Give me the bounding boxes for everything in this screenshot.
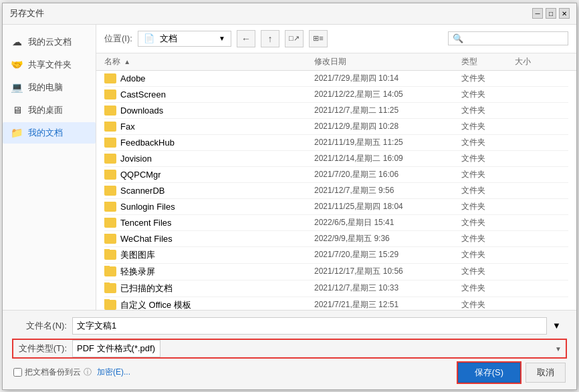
file-type: 文件夹	[461, 201, 515, 212]
up-button[interactable]: ↑	[261, 30, 279, 47]
sidebar-item-desktop[interactable]: 🖥 我的桌面	[3, 100, 96, 121]
col-header-modified[interactable]: 修改日期	[314, 56, 461, 67]
folder-icon	[104, 122, 116, 132]
file-modified: 2021/12/7,星期二 11:25	[314, 105, 461, 116]
file-name-cell: WeChat Files	[104, 234, 314, 244]
file-modified: 2022/6/5,星期日 15:41	[314, 217, 461, 228]
table-row[interactable]: Tencent Files 2022/6/5,星期日 15:41 文件夹	[104, 215, 568, 231]
file-type: 文件夹	[461, 266, 515, 277]
sidebar-item-mydocs[interactable]: 📁 我的文档	[3, 122, 96, 144]
bottom-area: 文件名(N): ▼ 文件类型(T): PDF 文件格式(*.pdf) 把文档备份…	[3, 310, 576, 389]
filename-row: 文件名(N): ▼	[13, 317, 566, 335]
file-name: WeChat Files	[120, 234, 172, 244]
file-type: 文件夹	[461, 233, 515, 244]
cloud-icon: ☁	[11, 36, 23, 48]
file-name-cell: 已扫描的文档	[104, 282, 314, 295]
sidebar: ☁ 我的云文档 🤝 共享文件夹 💻 我的电脑 🖥 我的桌面 📁 我的文档	[3, 25, 96, 310]
save-file-dialog: 另存文件 ─ □ ✕ ☁ 我的云文档 🤝 共享文件夹 💻 我的电脑 🖥	[2, 3, 577, 390]
filename-input[interactable]	[72, 317, 547, 335]
info-icon: ⓘ	[84, 367, 92, 378]
folder-icon: 📁	[11, 127, 23, 139]
folder-icon	[104, 73, 116, 83]
location-select[interactable]: 📄 文档 ▼	[138, 31, 231, 47]
file-name-cell: FeedbackHub	[104, 138, 314, 148]
table-row[interactable]: ScannerDB 2021/12/7,星期三 9:56 文件夹	[104, 183, 568, 199]
sidebar-item-label: 我的文档	[28, 127, 63, 139]
share-icon: 🤝	[11, 59, 23, 71]
folder-icon	[104, 154, 116, 164]
file-name: Fax	[120, 122, 135, 132]
sort-arrow-icon: ▲	[124, 58, 130, 65]
filename-dropdown-icon: ▼	[552, 321, 566, 331]
sidebar-item-label: 共享文件夹	[28, 59, 72, 71]
file-modified: 2022/9/9,星期五 9:36	[314, 233, 461, 244]
sidebar-item-cloud[interactable]: ☁ 我的云文档	[3, 31, 96, 53]
table-row[interactable]: 自定义 Office 模板 2021/7/21,星期三 12:51 文件夹	[104, 297, 568, 310]
location-dropdown-icon: ▼	[219, 35, 225, 42]
folder-icon	[104, 300, 116, 310]
file-name: 美图图库	[120, 249, 155, 261]
file-type: 文件夹	[461, 169, 515, 180]
file-modified: 2021/12/7,星期三 9:56	[314, 185, 461, 196]
folder-icon	[104, 202, 116, 212]
search-icon: 🔍	[453, 33, 463, 43]
maximize-button[interactable]: □	[546, 8, 556, 19]
sidebar-item-label: 我的电脑	[28, 81, 63, 93]
backup-checkbox-area[interactable]: 把文档备份到云 ⓘ	[13, 367, 92, 378]
file-modified: 2021/12/14,星期二 16:09	[314, 153, 461, 164]
backup-checkbox[interactable]	[13, 368, 22, 377]
file-name: ScannerDB	[120, 186, 164, 196]
encrypt-link[interactable]: 加密(E)...	[97, 367, 130, 378]
toolbar: 位置(I): 📄 文档 ▼ ← ↑ □↗ ⊞≡	[96, 25, 576, 53]
col-header-type[interactable]: 类型	[461, 56, 515, 67]
file-name-cell: Adobe	[104, 73, 314, 83]
table-row[interactable]: Sunlogin Files 2021/11/25,星期四 18:04 文件夹	[104, 199, 568, 215]
file-modified: 2021/7/20,星期三 16:06	[314, 169, 461, 180]
minimize-button[interactable]: ─	[532, 8, 543, 19]
search-input[interactable]	[466, 34, 564, 43]
back-button[interactable]: ←	[237, 30, 255, 47]
table-row[interactable]: 美图图库 2021/7/20,星期三 15:29 文件夹	[104, 247, 568, 264]
file-name-cell: 轻换录屏	[104, 266, 314, 278]
location-value: 文档	[160, 33, 212, 45]
file-type: 文件夹	[461, 249, 515, 260]
cancel-button[interactable]: 取消	[526, 363, 566, 383]
title-bar-controls: ─ □ ✕	[532, 8, 570, 19]
file-modified: 2021/12/22,星期三 14:05	[314, 89, 461, 100]
sidebar-item-label: 我的云文档	[28, 36, 72, 48]
filetype-select[interactable]: PDF 文件格式(*.pdf)	[72, 340, 160, 357]
location-doc-icon: 📄	[144, 33, 154, 43]
file-modified: 2021/7/21,星期三 12:51	[314, 299, 461, 310]
sidebar-item-computer[interactable]: 💻 我的电脑	[3, 77, 96, 98]
table-row[interactable]: QQPCMgr 2021/7/20,星期三 16:06 文件夹	[104, 167, 568, 183]
new-folder-button[interactable]: □↗	[285, 30, 304, 47]
table-row[interactable]: CastScreen 2021/12/22,星期三 14:05 文件夹	[104, 87, 568, 103]
table-row[interactable]: WeChat Files 2022/9/9,星期五 9:36 文件夹	[104, 231, 568, 247]
col-header-name[interactable]: 名称 ▲	[104, 56, 314, 67]
back-icon: ←	[241, 33, 251, 44]
table-row[interactable]: 已扫描的文档 2021/12/7,星期三 10:33 文件夹	[104, 280, 568, 297]
table-row[interactable]: FeedbackHub 2021/11/19,星期五 11:25 文件夹	[104, 135, 568, 151]
table-row[interactable]: Downloads 2021/12/7,星期二 11:25 文件夹	[104, 103, 568, 119]
view-toggle-button[interactable]: ⊞≡	[309, 30, 328, 47]
table-row[interactable]: Jovision 2021/12/14,星期二 16:09 文件夹	[104, 151, 568, 167]
table-row[interactable]: Fax 2021/12/9,星期四 10:28 文件夹	[104, 119, 568, 135]
title-bar: 另存文件 ─ □ ✕	[3, 3, 576, 25]
close-button[interactable]: ✕	[559, 8, 570, 19]
bottom-controls: 把文档备份到云 ⓘ 加密(E)... 保存(S) 取消	[13, 363, 566, 383]
save-button[interactable]: 保存(S)	[458, 363, 520, 383]
col-header-size[interactable]: 大小	[515, 56, 568, 67]
search-box[interactable]: 🔍	[448, 31, 568, 45]
file-name-cell: Jovision	[104, 154, 314, 164]
folder-icon	[104, 266, 116, 276]
sidebar-item-shared[interactable]: 🤝 共享文件夹	[3, 54, 96, 75]
file-name: FeedbackHub	[120, 138, 175, 148]
file-name: Tencent Files	[120, 218, 172, 228]
table-row[interactable]: 轻换录屏 2021/12/17,星期五 10:56 文件夹	[104, 264, 568, 280]
file-name-cell: 美图图库	[104, 249, 314, 261]
file-modified: 2021/12/7,星期三 10:33	[314, 282, 461, 294]
file-name: QQPCMgr	[120, 170, 161, 180]
table-row[interactable]: Adobe 2021/7/29,星期四 10:14 文件夹	[104, 71, 568, 87]
dialog-title: 另存文件	[9, 7, 44, 19]
file-type: 文件夹	[461, 89, 515, 100]
